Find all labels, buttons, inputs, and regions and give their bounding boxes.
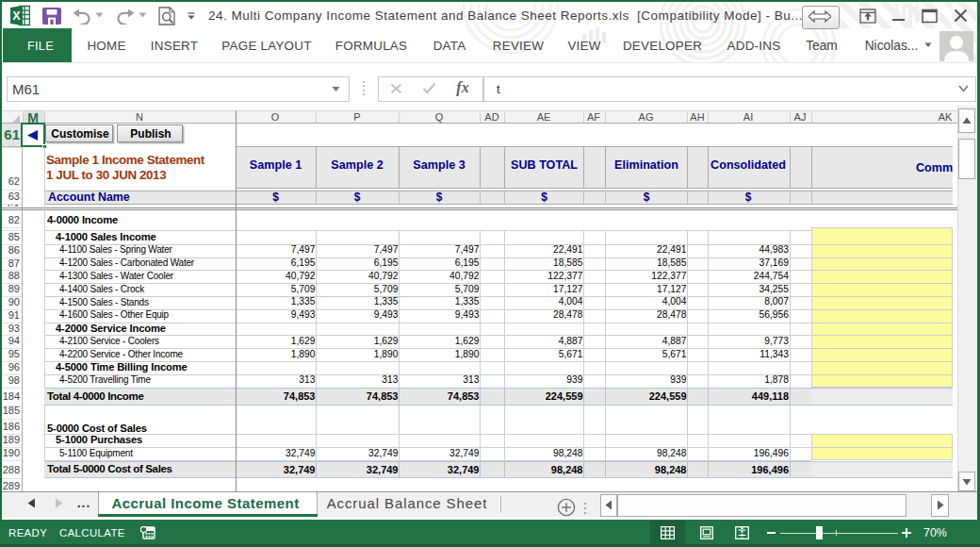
- svg-text:X: X: [12, 9, 21, 23]
